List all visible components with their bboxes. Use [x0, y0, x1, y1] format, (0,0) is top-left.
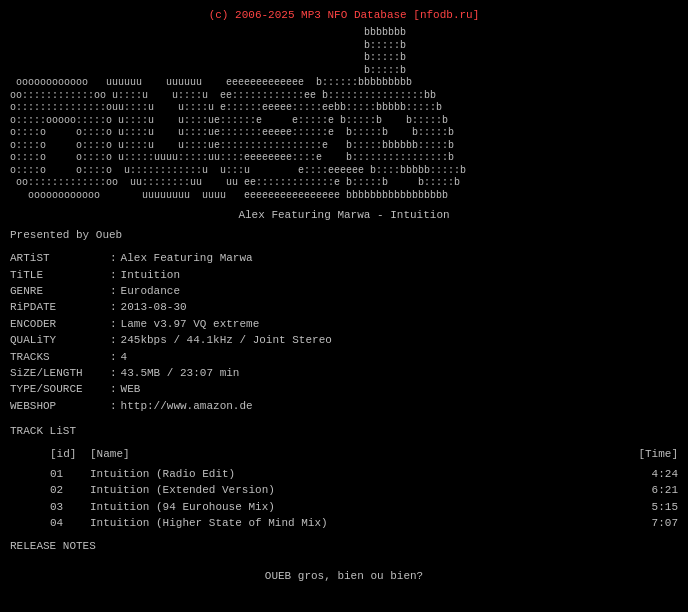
type-value: WEB	[121, 382, 141, 397]
artist-value: Alex Featuring Marwa	[121, 251, 253, 266]
track-id: 02	[50, 483, 90, 498]
track-time: 4:24	[618, 467, 678, 482]
track-name: Intuition (Extended Version)	[90, 483, 618, 498]
track-time: 6:21	[618, 483, 678, 498]
tracks-value: 4	[121, 350, 128, 365]
title-label: TiTLE	[10, 268, 110, 283]
ascii-art: bbbbbbb b:::::b b:::::b	[10, 27, 678, 202]
track-header-time: [Time]	[618, 447, 678, 462]
track-name: Intuition (Higher State of Mind Mix)	[90, 516, 618, 531]
info-row-tracks: TRACKS : 4	[10, 350, 678, 365]
artist-label: ARTiST	[10, 251, 110, 266]
size-label: SiZE/LENGTH	[10, 366, 110, 381]
info-row-title: TiTLE : Intuition	[10, 268, 678, 283]
info-row-ripdate: RiPDATE : 2013-08-30	[10, 300, 678, 315]
table-row: 03 Intuition (94 Eurohouse Mix) 5:15	[10, 500, 678, 515]
track-id: 01	[50, 467, 90, 482]
info-row-type: TYPE/SOURCE : WEB	[10, 382, 678, 397]
track-time: 5:15	[618, 500, 678, 515]
ripdate-value: 2013-08-30	[121, 300, 187, 315]
track-header-row: [id] [Name] [Time]	[10, 447, 678, 462]
table-row: 04 Intuition (Higher State of Mind Mix) …	[10, 516, 678, 531]
genre-value: Eurodance	[121, 284, 180, 299]
release-title: Alex Featuring Marwa - Intuition	[10, 208, 678, 223]
info-row-genre: GENRE : Eurodance	[10, 284, 678, 299]
encoder-label: ENCODER	[10, 317, 110, 332]
size-value: 43.5MB / 23:07 min	[121, 366, 240, 381]
track-header-name: [Name]	[90, 447, 618, 462]
track-id: 03	[50, 500, 90, 515]
release-notes-content: OUEB gros, bien ou bien?	[10, 565, 678, 588]
genre-label: GENRE	[10, 284, 110, 299]
header-title: (c) 2006-2025 MP3 NFO Database [nfodb.ru…	[10, 8, 678, 23]
info-row-artist: ARTiST : Alex Featuring Marwa	[10, 251, 678, 266]
track-header-id: [id]	[50, 447, 90, 462]
info-row-size: SiZE/LENGTH : 43.5MB / 23:07 min	[10, 366, 678, 381]
encoder-value: Lame v3.97 VQ extreme	[121, 317, 260, 332]
webshop-value: http://www.amazon.de	[121, 399, 253, 414]
webshop-label: WEBSHOP	[10, 399, 110, 414]
tracks-label: TRACKS	[10, 350, 110, 365]
info-table: ARTiST : Alex Featuring Marwa TiTLE : In…	[10, 251, 678, 414]
table-row: 02 Intuition (Extended Version) 6:21	[10, 483, 678, 498]
info-row-webshop: WEBSHOP : http://www.amazon.de	[10, 399, 678, 414]
track-name: Intuition (Radio Edit)	[90, 467, 618, 482]
info-row-encoder: ENCODER : Lame v3.97 VQ extreme	[10, 317, 678, 332]
table-row: 01 Intuition (Radio Edit) 4:24	[10, 467, 678, 482]
track-time: 7:07	[618, 516, 678, 531]
title-value: Intuition	[121, 268, 180, 283]
release-notes-title: RELEASE NOTES	[10, 539, 678, 554]
info-row-quality: QUALiTY : 245kbps / 44.1kHz / Joint Ster…	[10, 333, 678, 348]
ripdate-label: RiPDATE	[10, 300, 110, 315]
track-list: 01 Intuition (Radio Edit) 4:24 02 Intuit…	[10, 467, 678, 532]
track-name: Intuition (94 Eurohouse Mix)	[90, 500, 618, 515]
type-label: TYPE/SOURCE	[10, 382, 110, 397]
quality-value: 245kbps / 44.1kHz / Joint Stereo	[121, 333, 332, 348]
track-list-title: TRACK LiST	[10, 424, 678, 439]
track-id: 04	[50, 516, 90, 531]
presented-by: Presented by Oueb	[10, 228, 678, 243]
quality-label: QUALiTY	[10, 333, 110, 348]
